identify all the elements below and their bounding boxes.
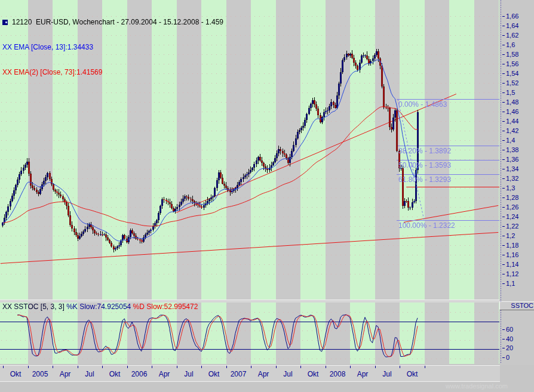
- time-tick: [177, 366, 177, 368]
- price-tick-label: 1,12: [506, 271, 518, 277]
- price-tick-label: 1,48: [506, 99, 518, 106]
- time-label: 2008: [330, 370, 346, 378]
- time-label: Jul: [283, 370, 292, 378]
- ema13-legend[interactable]: XX EMA [Close, 13]:1.34433: [2, 43, 223, 51]
- price-tick: [502, 16, 505, 17]
- price-tick: [502, 150, 505, 150]
- time-label: Okt: [10, 370, 22, 378]
- stoch-tick-label: 0: [506, 354, 510, 361]
- time-tick: [28, 366, 29, 368]
- watermark: www.tradesignal.com: [446, 382, 508, 390]
- price-axis[interactable]: 1,661,641,621,61,581,561,541,521,51,481,…: [499, 0, 534, 301]
- fib-level-label[interactable]: 50.00% - 1.3593: [398, 162, 451, 169]
- price-tick: [502, 131, 505, 131]
- price-tick: [502, 197, 505, 198]
- price-tick-label: 1,16: [506, 252, 518, 258]
- ema73-legend[interactable]: XX EMA(2) [Close, 73]:1.41569: [2, 68, 223, 76]
- price-tick: [502, 64, 505, 64]
- price-axis-line: [501, 0, 501, 301]
- price-tick: [502, 283, 505, 284]
- price-tick-label: 1,28: [506, 195, 518, 201]
- time-label: Okt: [308, 370, 319, 378]
- stochastic-name: XX SSTOC [5, 3, 3]: [2, 303, 65, 311]
- time-label: Okt: [109, 370, 121, 378]
- stoch-tick: [502, 329, 505, 330]
- price-tick-label: 1,14: [506, 261, 518, 268]
- time-label: Jul: [382, 370, 391, 378]
- price-tick: [502, 159, 505, 160]
- price-tick-label: 1,34: [506, 166, 518, 172]
- price-tick-label: 1,18: [506, 242, 518, 249]
- price-tick: [502, 274, 505, 274]
- time-tick: [276, 366, 277, 368]
- price-tick-label: 1,62: [506, 32, 518, 39]
- stoch-tick: [502, 348, 505, 348]
- time-axis[interactable]: Okt2005AprJulOkt2006AprJulOkt2007AprJulO…: [0, 365, 500, 382]
- stochastic-d-value: %D Slow:52.995472: [133, 303, 198, 311]
- price-tick: [502, 26, 505, 26]
- price-tick-label: 1,26: [506, 204, 518, 211]
- price-tick-label: 1,38: [506, 147, 518, 153]
- stoch-tick-label: 40: [506, 336, 513, 342]
- price-tick: [502, 102, 505, 103]
- time-label: 2006: [131, 370, 148, 378]
- price-tick-label: 1,24: [506, 214, 518, 220]
- price-tick-label: 1,52: [506, 80, 518, 87]
- chart-header: 12120 EUR-USD, Wochenchart - 27.09.2004 …: [2, 1, 223, 93]
- price-tick-label: 1,58: [506, 51, 518, 58]
- price-tick: [502, 245, 505, 246]
- stochastic-pane[interactable]: XX SSTOC [5, 3, 3] %K Slow:74.925054 %D …: [0, 303, 499, 364]
- price-tick: [502, 255, 505, 255]
- stochastic-k-value: %K Slow:74.925054: [66, 303, 131, 311]
- price-tick-label: 1,54: [506, 70, 518, 77]
- stoch-tick-label: 60: [506, 326, 513, 333]
- fib-level-label[interactable]: 38.20% - 1.3892: [398, 147, 451, 155]
- price-tick: [502, 207, 505, 208]
- fib-level-label[interactable]: 100.00% - 1.2322: [398, 222, 455, 229]
- price-tick: [502, 178, 505, 179]
- price-tick-label: 1,66: [506, 13, 518, 20]
- price-tick-label: 1,3: [506, 185, 515, 192]
- time-tick: [400, 366, 400, 368]
- tradesignal-chart-window: 12120 EUR-USD, Wochenchart - 27.09.2004 …: [0, 0, 534, 392]
- price-tick-label: 1,2: [506, 233, 515, 239]
- price-tick-label: 1,22: [506, 223, 518, 230]
- stochastic-axis-line: [501, 310, 501, 364]
- price-tick-label: 1,6: [506, 42, 515, 48]
- stochastic-axis[interactable]: SSTOC 6040200: [499, 301, 534, 365]
- time-tick: [3, 366, 4, 368]
- price-tick: [502, 264, 505, 265]
- stoch-tick-label: 20: [506, 345, 513, 351]
- price-tick: [502, 217, 505, 217]
- stoch-tick: [502, 357, 505, 358]
- stochastic-header[interactable]: XX SSTOC [5, 3, 3] %K Slow:74.925054 %D …: [2, 303, 198, 311]
- time-tick: [425, 366, 425, 368]
- price-tick-label: 1,46: [506, 109, 518, 115]
- price-tick-label: 1,42: [506, 128, 518, 134]
- price-tick-label: 1,32: [506, 175, 518, 182]
- price-pane[interactable]: 12120 EUR-USD, Wochenchart - 27.09.2004 …: [0, 0, 499, 300]
- fib-level-label[interactable]: 61.80% - 1.3293: [398, 176, 451, 183]
- price-tick: [502, 92, 505, 93]
- time-label: Okt: [208, 370, 220, 378]
- price-tick: [502, 188, 505, 189]
- chart-icon: [2, 20, 8, 25]
- price-tick: [502, 169, 505, 169]
- price-tick-label: 1,5: [506, 89, 515, 96]
- time-tick: [251, 366, 251, 368]
- price-tick-label: 1,64: [506, 23, 518, 29]
- fib-level-label[interactable]: 0.00% - 1.4863: [398, 101, 447, 108]
- time-tick: [127, 366, 128, 368]
- price-tick: [502, 54, 505, 55]
- status-strip: www.tradesignal.com: [0, 382, 534, 392]
- stochastic-axis-title[interactable]: SSTOC: [499, 301, 534, 310]
- time-tick: [78, 366, 78, 368]
- price-tick: [502, 73, 505, 74]
- stochastic-canvas[interactable]: [0, 303, 499, 364]
- time-tick: [300, 366, 301, 368]
- time-label: 2007: [231, 370, 247, 378]
- time-tick: [226, 366, 227, 368]
- price-tick: [502, 121, 505, 122]
- time-tick: [326, 366, 326, 368]
- time-label: Apr: [60, 370, 71, 378]
